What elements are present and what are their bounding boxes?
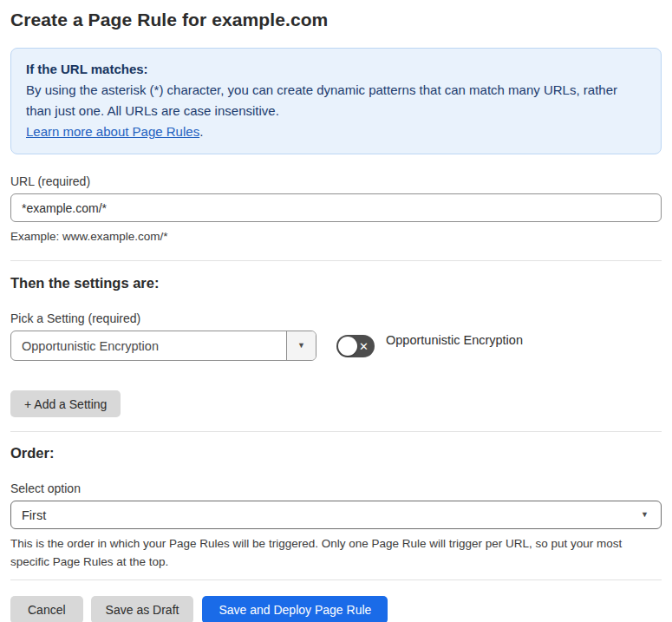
save-as-draft-button[interactable]: Save as Draft — [91, 596, 194, 622]
chevron-down-icon: ▼ — [641, 511, 649, 519]
order-helper-text: This is the order in which your Page Rul… — [10, 534, 652, 571]
toggle-off-x-icon: ✕ — [359, 340, 369, 351]
chevron-down-icon: ▼ — [297, 342, 305, 350]
opportunistic-encryption-toggle[interactable]: ✕ — [336, 335, 375, 357]
setting-dropdown-value: Opportunistic Encryption — [11, 331, 286, 360]
pick-setting-label: Pick a Setting (required) — [10, 311, 662, 325]
toggle-setting-label: Opportunistic Encryption — [386, 331, 523, 347]
order-select-value: First — [22, 508, 46, 522]
setting-dropdown-arrow-button[interactable]: ▼ — [286, 331, 316, 360]
url-field-label: URL (required) — [10, 174, 662, 188]
setting-dropdown[interactable]: Opportunistic Encryption ▼ — [10, 331, 316, 361]
divider — [10, 260, 662, 261]
info-box-body: By using the asterisk (*) character, you… — [26, 80, 646, 121]
divider — [10, 579, 662, 580]
cancel-button[interactable]: Cancel — [10, 596, 83, 622]
order-select[interactable]: First ▼ — [10, 501, 662, 529]
page-title: Create a Page Rule for example.com — [10, 10, 662, 30]
info-box-heading: If the URL matches: — [26, 59, 646, 80]
setting-row: Opportunistic Encryption ▼ ✕ Opportunist… — [10, 331, 662, 361]
url-input[interactable] — [10, 193, 662, 222]
create-page-rule-form: Create a Page Rule for example.com If th… — [0, 0, 672, 622]
toggle-knob — [338, 337, 357, 356]
url-example-helper: Example: www.example.com/* — [10, 227, 662, 246]
add-setting-button[interactable]: + Add a Setting — [10, 390, 121, 417]
order-select-label: Select option — [10, 481, 662, 495]
order-section-heading: Order: — [10, 445, 662, 462]
learn-more-link[interactable]: Learn more about Page Rules — [26, 124, 199, 139]
footer-action-bar: Cancel Save as Draft Save and Deploy Pag… — [10, 596, 662, 622]
url-matches-info-box: If the URL matches: By using the asteris… — [10, 48, 662, 154]
save-and-deploy-button[interactable]: Save and Deploy Page Rule — [202, 596, 388, 622]
settings-section-heading: Then the settings are: — [10, 275, 662, 291]
link-period: . — [199, 124, 203, 139]
divider — [10, 431, 662, 432]
info-box-link-line: Learn more about Page Rules. — [26, 121, 646, 142]
